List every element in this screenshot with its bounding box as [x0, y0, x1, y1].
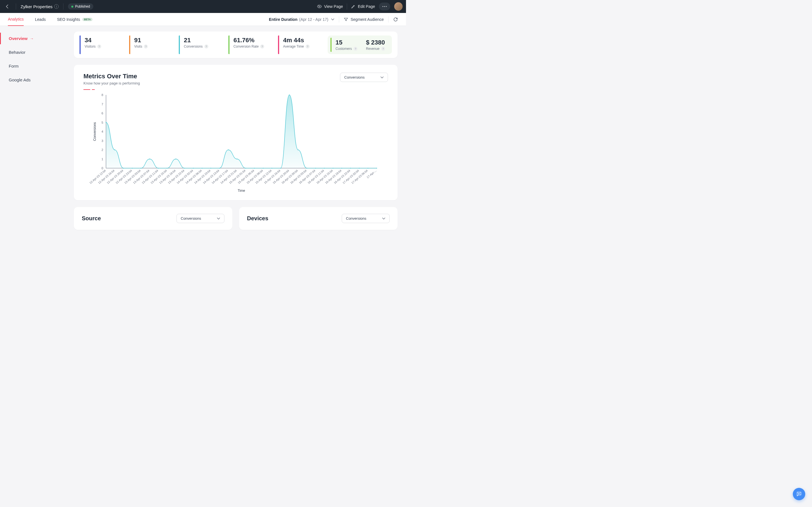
pencil-icon — [351, 4, 356, 9]
avatar[interactable] — [394, 2, 403, 11]
eye-icon — [317, 4, 322, 9]
beta-badge: BETA — [82, 18, 93, 21]
svg-point-29 — [228, 150, 229, 151]
metric-label: Revenue — [366, 47, 379, 51]
metric-revenue: $ 2380 Revenue? — [364, 38, 389, 52]
status-dot-icon — [71, 6, 73, 8]
svg-point-21 — [158, 168, 159, 169]
svg-point-19 — [140, 168, 141, 169]
svg-point-41 — [333, 168, 334, 169]
metrics-row: 34 Visitors? 91 Visits? 21 Conversions? … — [74, 32, 398, 58]
status-badge: Published — [68, 3, 93, 10]
svg-point-30 — [237, 159, 238, 159]
svg-point-27 — [210, 168, 211, 169]
metric-conversions: 21 Conversions? — [179, 36, 229, 54]
edit-page-label: Edit Page — [358, 4, 375, 9]
duration-label: Entire Duration — [269, 17, 297, 22]
help-icon[interactable]: ? — [381, 47, 385, 51]
more-button[interactable] — [379, 3, 390, 10]
legend-indicator — [84, 89, 95, 90]
svg-point-24 — [184, 168, 185, 169]
metric-dropdown[interactable]: Conversions — [340, 73, 388, 82]
segment-audience-button[interactable]: Segment Audience — [344, 17, 384, 22]
metric-visits: 91 Visits? — [129, 36, 179, 54]
svg-point-43 — [350, 168, 351, 169]
metric-label: Customers — [336, 47, 352, 51]
help-icon[interactable]: ? — [97, 45, 101, 48]
svg-text:8: 8 — [101, 93, 103, 97]
metric-average-time: 4m 44s Average Time? — [278, 36, 327, 54]
tab-analytics[interactable]: Analytics — [8, 13, 24, 26]
help-icon[interactable]: ? — [144, 45, 148, 48]
main-content: 34 Visitors? 91 Visits? 21 Conversions? … — [65, 26, 406, 253]
duration-range: (Apr 12 - Apr 17) — [299, 17, 328, 22]
metric-group-revenue: 15 Customers? $ 2380 Revenue? — [327, 36, 392, 54]
svg-text:17-Apr-23 06:04: 17-Apr-23 06:04 — [351, 169, 368, 184]
sidebar-item-overview[interactable]: Overview → — [0, 33, 65, 44]
metric-label: Conversion Rate — [234, 45, 259, 48]
metric-label: Conversions — [184, 45, 203, 48]
bottom-row: Source Conversions Devices Conversions — [74, 207, 398, 230]
source-card: Source Conversions — [74, 207, 232, 230]
help-icon[interactable]: ? — [260, 45, 264, 48]
svg-text:2: 2 — [101, 148, 103, 152]
source-dropdown[interactable]: Conversions — [176, 214, 224, 223]
metric-label: Visitors — [85, 45, 96, 48]
sidebar-item-form[interactable]: Form — [0, 60, 65, 72]
tab-seo-insights[interactable]: SEO Insights BETA — [57, 13, 93, 26]
svg-point-0 — [382, 6, 383, 7]
dots-icon — [382, 6, 387, 7]
svg-point-1 — [384, 6, 385, 7]
metric-value: 91 — [134, 37, 175, 44]
svg-point-26 — [202, 168, 202, 169]
metric-label: Visits — [134, 45, 142, 48]
reload-button[interactable] — [393, 17, 398, 22]
svg-point-40 — [324, 168, 325, 169]
svg-text:7: 7 — [101, 103, 103, 106]
dropdown-label: Conversions — [181, 216, 201, 221]
devices-card: Devices Conversions — [239, 207, 398, 230]
svg-point-42 — [342, 168, 342, 169]
metric-visitors: 34 Visitors? — [80, 36, 129, 54]
chart-svg: 012345678Conversions12-Apr-23 12:0412-Ap… — [84, 92, 388, 193]
chevron-down-icon — [217, 217, 220, 220]
metric-value: 61.76% — [234, 37, 274, 44]
svg-point-34 — [271, 168, 272, 169]
back-button[interactable] — [3, 3, 11, 10]
svg-text:5: 5 — [101, 121, 103, 124]
svg-point-45 — [368, 168, 368, 169]
tabs-right: Entire Duration (Apr 12 - Apr 17) Segmen… — [269, 16, 398, 22]
svg-point-37 — [298, 150, 299, 151]
edit-page-button[interactable]: Edit Page — [351, 4, 375, 9]
svg-point-17 — [123, 168, 124, 169]
sidebar-item-google-ads[interactable]: Google Ads — [0, 74, 65, 86]
help-icon[interactable]: ? — [306, 45, 310, 48]
chart-area: 012345678Conversions12-Apr-23 12:0412-Ap… — [84, 92, 388, 193]
duration-selector[interactable]: Entire Duration (Apr 12 - Apr 17) — [269, 17, 335, 22]
svg-point-44 — [359, 168, 360, 169]
status-text: Published — [75, 4, 90, 8]
help-icon[interactable]: ? — [204, 45, 208, 48]
metric-value: 21 — [184, 37, 224, 44]
svg-point-36 — [289, 95, 290, 96]
devices-dropdown[interactable]: Conversions — [342, 214, 390, 223]
segment-label: Segment Audience — [350, 17, 384, 22]
svg-text:4: 4 — [101, 130, 103, 133]
svg-point-32 — [254, 168, 255, 169]
chart-card: Metrics Over Time Know how your page is … — [74, 65, 398, 200]
layout: Overview → Behavior Form Google Ads 34 V… — [0, 26, 406, 253]
sidebar-item-label: Behavior — [9, 50, 26, 55]
svg-point-46 — [376, 168, 377, 169]
divider — [388, 16, 389, 22]
sidebar-item-behavior[interactable]: Behavior — [0, 47, 65, 58]
tab-leads[interactable]: Leads — [35, 13, 46, 26]
metric-conversion-rate: 61.76% Conversion Rate? — [229, 36, 278, 54]
info-icon[interactable]: i — [54, 4, 59, 9]
svg-text:6: 6 — [101, 112, 103, 115]
svg-point-22 — [167, 168, 167, 169]
view-page-button[interactable]: View Page — [317, 4, 343, 9]
help-icon[interactable]: ? — [354, 47, 357, 51]
topbar-right: View Page Edit Page — [317, 2, 403, 11]
metric-value: 34 — [85, 37, 125, 44]
sidebar: Overview → Behavior Form Google Ads — [0, 26, 65, 253]
